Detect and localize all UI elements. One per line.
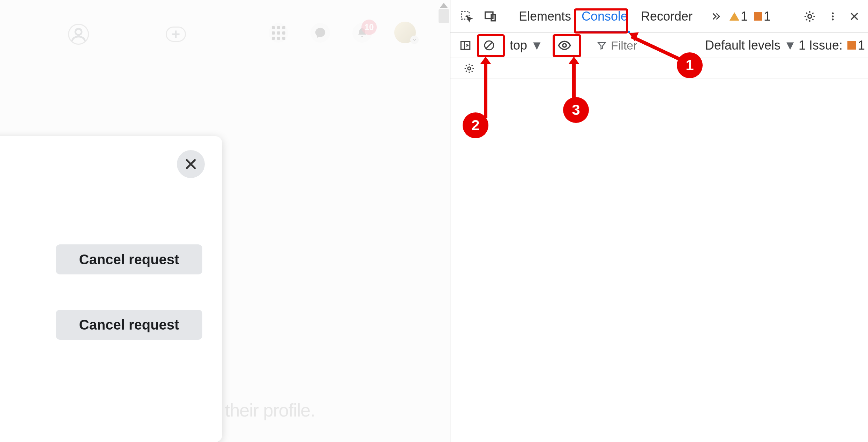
warning-triangle-icon [729, 12, 739, 21]
execution-context-selector[interactable]: top ▼ [510, 33, 543, 58]
live-expression-button[interactable] [556, 33, 573, 58]
friends-nav-icon[interactable] [68, 24, 89, 45]
cancel-request-button-2[interactable]: Cancel request [56, 310, 202, 340]
chevron-down-icon: ▼ [784, 38, 796, 53]
gear-icon [464, 63, 475, 74]
plus-pill-icon [166, 27, 186, 42]
annotation-arrowhead-2 [480, 57, 491, 64]
scroll-up-icon [440, 3, 448, 8]
svg-point-18 [563, 44, 566, 47]
console-toolbar: top ▼ Default levels ▼ 1 Issue: 1 [450, 33, 868, 58]
context-label: top [510, 38, 527, 53]
devtools-panel: Elements Console Recorder 1 1 [450, 0, 868, 442]
messenger-button[interactable] [310, 23, 330, 43]
svg-point-10 [832, 15, 834, 17]
annotation-bubble-1: 1 [677, 52, 703, 78]
devtools-more-menu[interactable] [824, 0, 841, 33]
annotation-bubble-2: 2 [463, 112, 488, 138]
chevron-double-right-icon [710, 10, 722, 22]
annotation-arrowhead-3 [568, 57, 579, 64]
sidebar-icon [459, 39, 471, 51]
create-nav-icon[interactable] [166, 27, 186, 42]
issue-square-icon [847, 41, 856, 50]
inspect-element-button[interactable] [457, 0, 476, 33]
eye-icon [558, 38, 571, 52]
sent-requests-modal: uests Cancel request Cancel request [0, 136, 222, 442]
svg-line-17 [486, 43, 492, 49]
info-square-icon [754, 12, 762, 21]
tab-recorder[interactable]: Recorder [639, 0, 695, 33]
gear-icon [803, 10, 816, 23]
annotation-bubble-3: 3 [563, 97, 589, 123]
person-circle-icon [68, 24, 89, 45]
chevron-down-icon: ▼ [531, 38, 543, 53]
warnings-indicator[interactable]: 1 1 [729, 0, 771, 33]
menu-grid-button[interactable] [269, 23, 288, 43]
svg-point-9 [832, 13, 834, 15]
svg-point-0 [75, 29, 82, 35]
messenger-icon [314, 27, 326, 39]
console-settings-button[interactable] [461, 58, 478, 79]
issues-indicator[interactable]: 1 Issue: 1 [799, 33, 865, 58]
info-count: 1 [764, 9, 771, 24]
log-levels-selector[interactable]: Default levels ▼ [705, 33, 796, 58]
inspect-icon [460, 10, 473, 23]
notification-count-badge: 10 [361, 20, 377, 35]
devtools-close-button[interactable] [846, 0, 863, 33]
more-vertical-icon [828, 11, 838, 22]
warning-count: 1 [741, 9, 748, 24]
clear-icon [483, 39, 495, 51]
filter-field[interactable] [597, 33, 688, 58]
background-text-fragment: their profile. [225, 400, 315, 421]
scroll-thumb[interactable] [439, 9, 449, 23]
grid-icon [272, 26, 285, 40]
page-scrollbar[interactable] [439, 3, 449, 48]
console-settings-row [450, 58, 868, 79]
chevron-down-icon [410, 36, 419, 44]
devtools-settings-button[interactable] [800, 0, 820, 33]
webpage-pane: 10 their profile. uests Cancel request C… [0, 0, 450, 442]
tab-elements[interactable]: Elements [517, 0, 573, 33]
notifications-button[interactable]: 10 [352, 23, 372, 43]
close-icon [184, 157, 198, 171]
console-sidebar-toggle[interactable] [457, 33, 474, 58]
more-tabs-button[interactable] [707, 0, 725, 33]
modal-close-button[interactable] [177, 150, 205, 178]
issue-label: 1 Issue: [799, 38, 843, 53]
close-icon [849, 11, 860, 22]
issue-count: 1 [858, 38, 865, 53]
account-avatar-button[interactable] [394, 22, 416, 43]
svg-point-8 [808, 15, 812, 19]
svg-point-19 [468, 67, 471, 70]
svg-point-11 [832, 19, 834, 21]
cancel-request-button-1[interactable]: Cancel request [56, 244, 202, 274]
device-icon [484, 10, 497, 23]
devtools-tabbar: Elements Console Recorder 1 1 [450, 0, 868, 33]
device-toolbar-button[interactable] [480, 0, 500, 33]
filter-icon [597, 40, 607, 50]
levels-label: Default levels [705, 38, 780, 53]
clear-console-button[interactable] [480, 33, 498, 58]
annotation-arrow-2 [484, 62, 487, 118]
page-top-nav: 10 [0, 0, 450, 51]
annotation-arrow-3 [572, 62, 576, 101]
tab-console[interactable]: Console [579, 0, 630, 33]
